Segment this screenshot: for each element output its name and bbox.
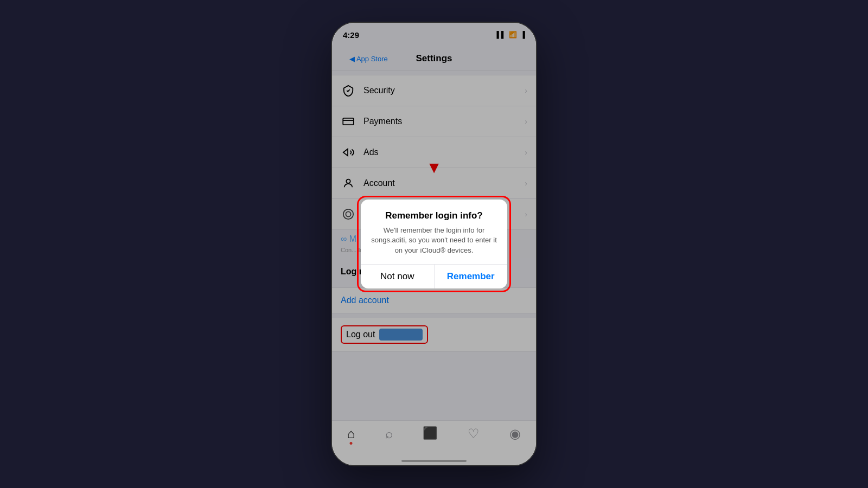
dialog-box: Remember login info? We'll remember the … [361,200,507,288]
phone-frame: 4:29 ▌▌ 📶 ▐ ◀ App Store Settings Securit… [331,22,537,466]
dialog-message: We'll remember the login info for songs.… [369,226,499,255]
dialog-overlay: Remember login info? We'll remember the … [332,23,536,465]
dialog-content: Remember login info? We'll remember the … [361,200,507,255]
dialog-actions: Not now Remember [361,264,507,288]
dialog-cancel-button[interactable]: Not now [361,265,435,288]
dialog-confirm-button[interactable]: Remember [435,265,508,288]
dialog-highlight-border: Remember login info? We'll remember the … [357,196,511,292]
dialog-title: Remember login info? [369,210,499,221]
